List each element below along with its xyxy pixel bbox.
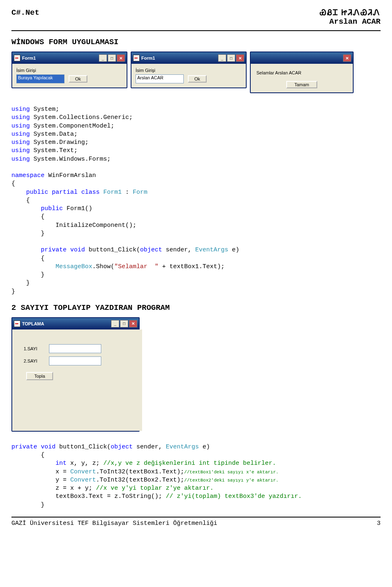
- titlebar: TOPLAMA _ □ ✕: [12, 318, 139, 329]
- name-textbox[interactable]: Buraya Yapılacak: [16, 74, 65, 83]
- titlebar: Form1 _ □ ✕: [131, 52, 246, 64]
- window-form1-b: Form1 _ □ ✕ İsim Girişi Arslan ACAR Ok: [131, 52, 247, 88]
- header-right: ᏯᏰᏆ ᏥᏘᏁᏯᏘᏁ Arslan ACAR: [320, 8, 381, 26]
- textbox-sayi2[interactable]: [49, 356, 101, 365]
- maximize-button[interactable]: □: [120, 320, 128, 327]
- window-title: Form1: [141, 56, 155, 60]
- window-title: Form1: [22, 56, 36, 60]
- window-icon: [14, 320, 20, 327]
- window-icon: [14, 55, 20, 61]
- ok-button[interactable]: Ok: [69, 75, 87, 83]
- name-textbox[interactable]: Arslan ACAR: [136, 74, 184, 83]
- page-number: 3: [377, 520, 381, 527]
- label-name-input: İsim Girişi: [136, 68, 242, 73]
- titlebar: ✕: [251, 52, 353, 64]
- window-title: TOPLAMA: [22, 321, 44, 326]
- titlebar: Form1 _ □ ✕: [12, 52, 127, 64]
- forms-row: Form1 _ □ ✕ İsim Girişi Buraya Yapılacak…: [11, 52, 381, 93]
- window-form1-a: Form1 _ □ ✕ İsim Girişi Buraya Yapılacak…: [11, 52, 127, 88]
- label-sayi1: 1.SAYI: [24, 346, 46, 351]
- close-button[interactable]: ✕: [129, 320, 137, 327]
- close-button[interactable]: ✕: [236, 54, 244, 62]
- messagebox-text: Selamlar Arslan ACAR: [255, 68, 349, 81]
- section-title-winforms: WİNDOWS FORM UYGULAMASI: [11, 38, 381, 47]
- window-messagebox: ✕ Selamlar Arslan ACAR Tamam: [250, 52, 354, 93]
- window-toplama: TOPLAMA _ □ ✕ 1.SAYI 2.SAYI Topla: [11, 317, 140, 432]
- header-left: C#.Net: [11, 8, 39, 17]
- ok-button[interactable]: Ok: [188, 75, 207, 83]
- label-name-input: İsim Girişi: [16, 68, 122, 73]
- header-author: Arslan ACAR: [320, 17, 381, 26]
- page-header: C#.Net ᏯᏰᏆ ᏥᏘᏁᏯᏘᏁ Arslan ACAR: [11, 8, 381, 26]
- textbox-sayi1[interactable]: [49, 344, 101, 353]
- label-sayi2: 2.SAYI: [24, 358, 46, 363]
- code-block-2: private void button1_Click(object sender…: [11, 443, 381, 509]
- code-block-1: using System; using System.Collections.G…: [11, 105, 381, 296]
- topla-button[interactable]: Topla: [26, 372, 53, 380]
- window-icon: [133, 55, 140, 61]
- close-button[interactable]: ✕: [117, 54, 125, 62]
- minimize-button[interactable]: _: [111, 320, 119, 327]
- close-button[interactable]: ✕: [343, 54, 351, 62]
- footer-text: GAZİ Üniversitesi TEF Bilgisayar Sisteml…: [11, 520, 217, 527]
- maximize-button[interactable]: □: [108, 54, 116, 62]
- maximize-button[interactable]: □: [227, 54, 235, 62]
- tamam-button[interactable]: Tamam: [286, 81, 317, 88]
- page-footer: GAZİ Üniversitesi TEF Bilgisayar Sisteml…: [11, 517, 381, 527]
- header-rule: [11, 30, 381, 31]
- minimize-button[interactable]: _: [99, 54, 107, 62]
- minimize-button[interactable]: _: [218, 54, 226, 62]
- section-title-sum: 2 SAYIYI TOPLAYIP YAZDIRAN PROGRAM: [11, 303, 381, 312]
- header-script: ᏯᏰᏆ ᏥᏘᏁᏯᏘᏁ: [320, 8, 381, 17]
